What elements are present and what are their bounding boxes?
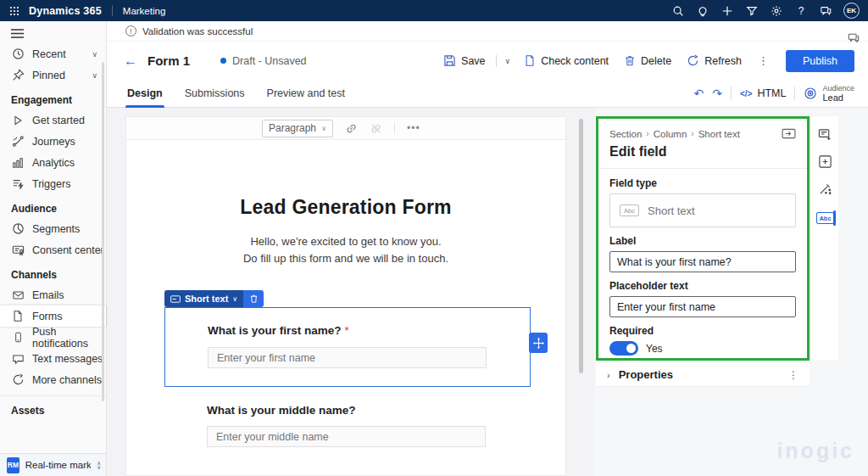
field-block-2[interactable]: What is your middle name? [207, 404, 531, 447]
add-section-icon[interactable] [818, 154, 832, 169]
label-label: Label [609, 235, 796, 247]
field1-input[interactable] [208, 347, 487, 368]
chevron-down-icon[interactable]: ∨ [92, 71, 97, 80]
app-title[interactable]: Dynamics 365 [29, 5, 102, 17]
chat-bubble-icon [11, 352, 25, 366]
required-value: Yes [646, 343, 663, 355]
field2-input[interactable] [207, 426, 486, 447]
sidebar-item-forms[interactable]: Forms [0, 305, 106, 327]
more-format-options-icon[interactable]: ••• [407, 122, 420, 134]
save-button[interactable]: Save [437, 50, 492, 71]
label-input[interactable] [609, 251, 796, 272]
active-tab-indicator [833, 210, 836, 226]
tab-design[interactable]: Design [127, 80, 163, 108]
undo-icon[interactable]: ↶ [694, 87, 704, 100]
sidebar-item-analytics[interactable]: Analytics [0, 152, 106, 173]
teams-chat-icon[interactable] [819, 4, 832, 18]
tab-field-properties-abc-icon[interactable]: Abc [816, 212, 834, 224]
tools-divider [794, 87, 795, 100]
tab-submissions[interactable]: Submissions [185, 80, 245, 108]
audience-selector[interactable]: Audience Lead [804, 84, 854, 103]
redo-icon[interactable]: ↷ [712, 87, 722, 100]
required-asterisk: * [345, 324, 349, 337]
search-icon[interactable] [671, 4, 685, 18]
properties-section-header[interactable]: › Properties ⋮ [596, 363, 810, 387]
tab-preview-and-test[interactable]: Preview and test [267, 80, 345, 108]
field-type-chip-label[interactable]: Short text ∨ [164, 290, 243, 307]
field-type-selector[interactable]: Abc Short text [609, 193, 796, 227]
sidebar-item-label: Analytics [32, 157, 75, 169]
placeholder-input[interactable] [609, 296, 796, 317]
tools-divider [731, 87, 732, 100]
paragraph-style-select[interactable]: Paragraph ∨ [262, 120, 333, 137]
target-icon [804, 87, 817, 100]
add-element-icon[interactable] [818, 127, 832, 142]
feedback-icon[interactable] [847, 32, 860, 44]
check-content-button[interactable]: Check content [518, 50, 615, 71]
sidebar-item-push-notifications[interactable]: Push notifications [0, 327, 106, 348]
canvas-scrollbar[interactable] [579, 119, 583, 373]
pin-icon [11, 69, 25, 82]
theme-wand-icon[interactable] [818, 182, 832, 196]
publish-button[interactable]: Publish [786, 50, 854, 72]
field-type-chip[interactable]: Short text ∨ [164, 290, 264, 307]
selected-field[interactable]: What is your first name?* [164, 307, 531, 387]
filter-icon[interactable] [745, 4, 759, 18]
toggle-knob [626, 344, 636, 353]
help-icon[interactable]: ? [794, 4, 808, 18]
sidebar-item-pinned[interactable]: Pinned ∨ [0, 64, 106, 86]
sidebar-item-more-channels[interactable]: More channels [0, 369, 106, 390]
sidebar-item-emails[interactable]: Emails [0, 284, 106, 305]
chevron-down-icon[interactable]: ∨ [92, 50, 97, 59]
sidebar-scrollbar[interactable] [102, 62, 104, 401]
sidebar-group-channels: Channels [0, 260, 106, 284]
more-commands-icon[interactable]: ⋮ [751, 53, 776, 69]
chevron-right-icon: › [607, 370, 610, 380]
breadcrumb-short-text[interactable]: Short text [698, 129, 740, 139]
chevron-down-icon: ∨ [232, 295, 237, 303]
sidebar-item-segments[interactable]: Segments [0, 218, 106, 239]
user-avatar[interactable]: EK [843, 3, 860, 19]
move-field-handle[interactable] [529, 333, 548, 353]
html-view-button[interactable]: </> HTML [740, 87, 787, 99]
sidebar-item-journeys[interactable]: Journeys [0, 131, 106, 152]
delete-field-button[interactable] [243, 290, 264, 307]
refresh-button[interactable]: Refresh [681, 50, 748, 71]
edit-field-panel: Section › Column › Short text Edit field… [596, 116, 810, 361]
breadcrumb-column[interactable]: Column [654, 129, 687, 139]
sidebar-item-triggers[interactable]: Triggers [0, 173, 106, 194]
area-switcher-label: Real-time marketi... [25, 460, 91, 470]
required-toggle[interactable] [609, 341, 638, 356]
validation-banner: ! Validation was successful [107, 21, 868, 42]
tab-bar: Design Submissions Preview and test ↶ ↷ … [107, 80, 868, 108]
sidebar-item-label: Emails [32, 289, 64, 301]
area-switcher[interactable]: RM Real-time marketi... ∧∨ [0, 453, 106, 476]
sidebar-item-recent[interactable]: Recent ∨ [0, 43, 106, 64]
field-type-value: Short text [648, 204, 695, 217]
unlink-icon[interactable] [370, 122, 382, 135]
properties-title: Properties [619, 368, 673, 381]
collapse-panel-icon[interactable] [782, 128, 796, 139]
sidebar-group-audience: Audience [0, 194, 106, 218]
link-icon[interactable] [345, 122, 358, 135]
save-split-chevron-icon[interactable]: ∨ [501, 53, 515, 69]
sidebar-item-consent-center[interactable]: Consent center [0, 239, 106, 260]
delete-button[interactable]: Delete [618, 50, 677, 71]
sidebar-collapse-icon[interactable] [0, 21, 106, 43]
properties-more-icon[interactable]: ⋮ [788, 369, 798, 381]
lightbulb-icon[interactable] [696, 4, 709, 18]
form-heading[interactable]: Lead Generation Form [126, 196, 565, 219]
consent-certificate-icon [11, 244, 25, 257]
add-plus-icon[interactable] [721, 4, 734, 18]
sidebar-item-get-started[interactable]: Get started [0, 109, 106, 131]
form-intro-paragraph[interactable]: Hello, we're excited to get to know you.… [126, 233, 565, 267]
app-area-name[interactable]: Marketing [123, 6, 166, 16]
more-channels-icon [11, 373, 25, 387]
panel-tab-strip: Abc [810, 116, 838, 361]
settings-gear-icon[interactable] [770, 4, 783, 18]
app-launcher-waffle-icon[interactable] [0, 6, 29, 16]
sidebar-item-text-messages[interactable]: Text messages [0, 348, 106, 369]
back-arrow-icon[interactable]: ← [124, 53, 137, 69]
breadcrumb-section[interactable]: Section [609, 129, 642, 139]
sidebar-item-label: Segments [32, 223, 80, 235]
